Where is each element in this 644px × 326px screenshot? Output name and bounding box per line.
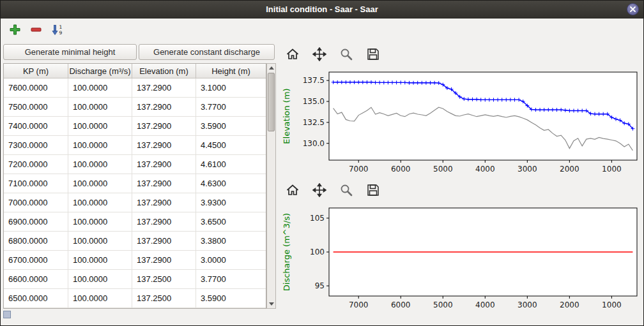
table-cell[interactable]: 137.2900: [132, 212, 196, 232]
table-cell[interactable]: 7200.0000: [4, 155, 68, 174]
table-cell[interactable]: 3.7700: [196, 98, 266, 117]
table-cell[interactable]: 100.0000: [68, 78, 132, 98]
table-cell[interactable]: 137.2900: [132, 98, 196, 117]
table-cell[interactable]: 7100.0000: [4, 174, 68, 193]
table-cell[interactable]: 137.2900: [132, 251, 196, 270]
close-icon: [629, 6, 636, 13]
pan-button[interactable]: [311, 46, 328, 63]
table-cell[interactable]: 3.9300: [196, 193, 266, 212]
table-cell[interactable]: 137.2900: [132, 232, 196, 251]
pan-button[interactable]: [311, 182, 328, 198]
table-cell[interactable]: 3.5900: [196, 117, 266, 136]
column-header-discharge[interactable]: Discharge (m³/s): [68, 64, 132, 78]
window: Initial condition - Saar - Saar 1 9: [0, 0, 644, 326]
discharge-plot[interactable]: 700060005000400030002000100095100105Disc…: [279, 202, 641, 316]
titlebar: Initial condition - Saar - Saar: [1, 1, 643, 19]
table-cell[interactable]: 3.6500: [196, 212, 266, 232]
table-row[interactable]: 6800.0000100.0000137.29003.3800: [4, 232, 266, 251]
table-row[interactable]: 6900.0000100.0000137.29003.6500: [4, 212, 266, 232]
table-cell[interactable]: 137.2900: [132, 117, 196, 136]
table-row[interactable]: 7100.0000100.0000137.29004.6300: [4, 174, 266, 193]
table-cell[interactable]: 6900.0000: [4, 212, 68, 232]
table-scrollbar[interactable]: [266, 63, 276, 309]
column-header-kp[interactable]: KP (m): [4, 64, 68, 78]
table-row[interactable]: 7000.0000100.0000137.29003.9300: [4, 193, 266, 212]
save-icon: [366, 183, 380, 197]
home-button[interactable]: [284, 46, 301, 63]
table-cell[interactable]: 100.0000: [68, 232, 132, 251]
table-cell[interactable]: 137.2900: [132, 155, 196, 174]
table-cell[interactable]: 4.6300: [196, 174, 266, 193]
table-cell[interactable]: 137.2900: [132, 193, 196, 212]
save-button[interactable]: [365, 182, 381, 198]
table-cell[interactable]: 100.0000: [68, 270, 132, 289]
table-row[interactable]: 6600.0000100.0000137.25003.7700: [4, 270, 266, 289]
svg-text:105: 105: [310, 214, 325, 223]
scroll-thumb[interactable]: [268, 73, 275, 131]
initial-condition-table: KP (m) Discharge (m³/s) Elevation (m) He…: [3, 63, 266, 309]
table-cell[interactable]: 3.1000: [196, 78, 266, 98]
table-cell[interactable]: 6500.0000: [4, 289, 68, 308]
table-cell[interactable]: 7300.0000: [4, 136, 68, 155]
table-cell[interactable]: 100.0000: [68, 117, 132, 136]
column-header-elevation[interactable]: Elevation (m): [132, 64, 196, 78]
table-cell[interactable]: 100.0000: [68, 155, 132, 174]
table-cell[interactable]: 6600.0000: [4, 270, 68, 289]
zoom-button[interactable]: [338, 46, 355, 63]
table-cell[interactable]: 100.0000: [68, 212, 132, 232]
svg-text:2000: 2000: [560, 300, 579, 309]
table-cell[interactable]: 7600.0000: [4, 78, 68, 98]
table-cell[interactable]: 6800.0000: [4, 232, 68, 251]
plus-icon: [10, 24, 20, 35]
table-row[interactable]: 7400.0000100.0000137.29003.5900: [4, 117, 266, 136]
add-row-button[interactable]: [6, 22, 23, 38]
pan-icon: [312, 183, 326, 197]
table-cell[interactable]: 7500.0000: [4, 98, 68, 117]
table-cell[interactable]: 100.0000: [68, 289, 132, 308]
table-cell[interactable]: 100.0000: [68, 251, 132, 270]
table-row[interactable]: 6700.0000100.0000137.29003.0000: [4, 251, 266, 270]
table-cell[interactable]: 137.2500: [132, 289, 196, 308]
table-cell[interactable]: 137.2500: [132, 270, 196, 289]
table-cell[interactable]: 3.0000: [196, 251, 266, 270]
table-cell[interactable]: 6700.0000: [4, 251, 68, 270]
svg-text:95: 95: [315, 281, 325, 290]
table-cell[interactable]: 3.3800: [196, 232, 266, 251]
svg-text:5000: 5000: [433, 300, 453, 309]
home-button[interactable]: [284, 182, 301, 198]
close-button[interactable]: [627, 3, 639, 15]
table-cell[interactable]: 7400.0000: [4, 117, 68, 136]
table-cell[interactable]: 100.0000: [68, 174, 132, 193]
table-cell[interactable]: 100.0000: [68, 193, 132, 212]
table-row[interactable]: 6500.0000100.0000137.25003.5900: [4, 289, 266, 308]
home-icon: [286, 47, 300, 61]
column-header-height[interactable]: Height (m): [196, 64, 266, 78]
table-cell[interactable]: 100.0000: [68, 136, 132, 155]
svg-text:7000: 7000: [349, 300, 369, 309]
save-button[interactable]: [365, 46, 381, 63]
svg-text:3000: 3000: [518, 300, 537, 309]
table-row[interactable]: 7500.0000100.0000137.29003.7700: [4, 98, 266, 117]
scroll-down-button[interactable]: [267, 300, 275, 308]
sort-button[interactable]: 1 9: [49, 22, 65, 38]
table-cell[interactable]: 137.2900: [132, 136, 196, 155]
table-cell[interactable]: 137.2900: [132, 78, 196, 98]
table-cell[interactable]: 100.0000: [68, 98, 132, 117]
table-cell[interactable]: 137.2900: [132, 174, 196, 193]
svg-text:132.5: 132.5: [303, 118, 325, 127]
generate-constant-discharge-button[interactable]: Generate constant discharge: [139, 44, 275, 60]
table-row[interactable]: 7600.0000100.0000137.29003.1000: [4, 78, 266, 98]
svg-text:6000: 6000: [391, 165, 411, 174]
table-cell[interactable]: 3.5900: [196, 289, 266, 308]
table-cell[interactable]: 3.7700: [196, 270, 266, 289]
table-cell[interactable]: 7000.0000: [4, 193, 68, 212]
table-row[interactable]: 7200.0000100.0000137.29004.6100: [4, 155, 266, 174]
table-cell[interactable]: 4.4500: [196, 136, 266, 155]
remove-row-button[interactable]: [27, 22, 44, 38]
table-row[interactable]: 7300.0000100.0000137.29004.4500: [4, 136, 266, 155]
scroll-up-button[interactable]: [267, 64, 275, 72]
generate-minimal-height-button[interactable]: Generate minimal height: [3, 44, 137, 60]
zoom-button[interactable]: [338, 182, 355, 198]
elevation-plot[interactable]: 7000600050004000300020001000130.0132.513…: [279, 66, 641, 181]
table-cell[interactable]: 4.6100: [196, 155, 266, 174]
